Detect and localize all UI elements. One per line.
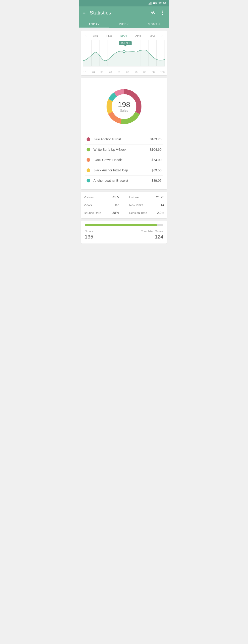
stat-unique: Unique 21.25 xyxy=(129,195,164,199)
legend-item-3: Black Anchor Fitted Cap $69.50 xyxy=(85,165,163,175)
menu-icon[interactable]: ≡ xyxy=(83,10,86,16)
tabs: TODAY WEEK MONTH xyxy=(79,19,169,28)
legend-value-3: $69.50 xyxy=(152,168,161,172)
action-icons: ⋮ xyxy=(151,10,165,16)
tab-month[interactable]: MONTH xyxy=(139,19,169,28)
stats-card: Visitors 45.5 Views 67 Bounce Rate 38% U… xyxy=(81,192,167,218)
stat-bounce-value: 38% xyxy=(112,211,119,214)
progress-fill xyxy=(85,224,157,226)
legend-value-1: $104.60 xyxy=(150,148,161,152)
status-time: 12:30 xyxy=(158,2,166,5)
legend-value-4: $39.05 xyxy=(152,179,161,182)
donut-chart: 198 Sales xyxy=(103,86,145,127)
stat-views-label: Views xyxy=(84,203,92,207)
legend-name-3: Black Anchor Fitted Cap xyxy=(93,168,152,172)
legend-name-1: White Surfs Up V-Neck xyxy=(93,148,150,152)
app-title: Statistics xyxy=(90,10,151,16)
stats-left: Visitors 45.5 Views 67 Bounce Rate 38% xyxy=(81,192,122,218)
chart-header: ‹ JAN FEB MAR APR MAY › xyxy=(81,33,167,40)
month-apr: APR xyxy=(135,34,141,38)
month-jan: JAN xyxy=(93,34,98,38)
svg-rect-2 xyxy=(150,2,151,4)
stat-views-value: 67 xyxy=(115,203,119,207)
stat-bounce-label: Bounce Rate xyxy=(84,211,101,214)
stat-session: Session Time 2.2m xyxy=(129,211,164,214)
chart-months: JAN FEB MAR APR MAY xyxy=(88,34,160,38)
stat-session-label: Session Time xyxy=(129,211,147,214)
stat-session-value: 2.2m xyxy=(157,211,164,214)
app-bar: ≡ Statistics ⋮ xyxy=(79,6,169,19)
tab-today[interactable]: TODAY xyxy=(79,19,109,28)
legend-item-0: Blue Anchor T-Shirt $163.75 xyxy=(85,134,163,144)
legend-name-4: Anchor Leather Bracelet xyxy=(93,179,152,182)
legend-name-0: Blue Anchor T-Shirt xyxy=(93,138,150,141)
legend-dot-1 xyxy=(87,148,90,152)
tab-week[interactable]: WEEK xyxy=(109,19,139,28)
battery-icon xyxy=(153,2,157,4)
chart-next[interactable]: › xyxy=(160,33,165,38)
donut-center: 198 Sales xyxy=(118,101,130,112)
chart-x-axis: 10 20 30 40 50 60 70 80 90 100 xyxy=(81,70,167,74)
signal-icon xyxy=(149,2,152,4)
month-mar: MAR xyxy=(120,34,127,38)
legend-item-2: Black Crown Hoodie $74.00 xyxy=(85,154,163,165)
legend-dot-2 xyxy=(87,158,90,162)
legend-value-2: $74.00 xyxy=(152,158,161,162)
progress-track xyxy=(85,224,163,226)
stats-right: Unique 21.25 New Visits 14 Session Time … xyxy=(127,192,167,218)
month-may: MAY xyxy=(150,34,155,38)
status-icons xyxy=(149,2,157,4)
svg-point-18 xyxy=(123,50,125,52)
stat-visitors-label: Visitors xyxy=(84,196,93,199)
status-bar: 12:30 xyxy=(79,0,169,6)
stat-unique-label: Unique xyxy=(129,196,139,199)
legend-name-2: Black Crown Hoodie xyxy=(93,158,152,162)
orders-col-left: Orders 135 xyxy=(85,230,93,240)
svg-rect-1 xyxy=(150,3,150,4)
orders-col-right: Completed Orders 124 xyxy=(141,230,163,240)
legend-dot-3 xyxy=(87,168,90,172)
stat-unique-value: 21.25 xyxy=(156,195,164,199)
chart-area: 201.021 xyxy=(83,40,165,70)
chart-card: ‹ JAN FEB MAR APR MAY › xyxy=(81,30,167,75)
month-feb: FEB xyxy=(107,34,112,38)
orders-label: Orders xyxy=(85,230,93,233)
legend-item-4: Anchor Leather Bracelet $39.05 xyxy=(85,175,163,186)
completed-value: 124 xyxy=(141,234,163,240)
svg-rect-0 xyxy=(149,4,149,4)
search-icon[interactable] xyxy=(151,10,156,16)
donut-label: Sales xyxy=(118,109,130,112)
stats-grid: Visitors 45.5 Views 67 Bounce Rate 38% U… xyxy=(81,192,167,218)
stats-divider xyxy=(124,194,124,216)
legend-dot-0 xyxy=(87,138,90,141)
svg-rect-3 xyxy=(151,2,152,4)
legend-dot-4 xyxy=(87,179,90,182)
chart-prev[interactable]: ‹ xyxy=(83,33,88,38)
svg-rect-6 xyxy=(153,2,155,4)
stat-new-visits-value: 14 xyxy=(161,203,164,207)
stat-views: Views 67 xyxy=(84,203,119,207)
chart-tooltip: 201.021 xyxy=(119,41,132,45)
orders-row: Orders 135 Completed Orders 124 xyxy=(85,230,163,240)
legend-item-1: White Surfs Up V-Neck $104.60 xyxy=(85,144,163,154)
sales-card: 198 Sales Blue Anchor T-Shirt $163.75 Wh… xyxy=(81,78,167,189)
donut-value: 198 xyxy=(118,101,130,109)
donut-container: 198 Sales xyxy=(85,81,163,134)
orders-value: 135 xyxy=(85,234,93,240)
svg-rect-5 xyxy=(156,3,157,4)
more-icon[interactable]: ⋮ xyxy=(160,10,165,16)
stat-bounce: Bounce Rate 38% xyxy=(84,211,119,214)
completed-label: Completed Orders xyxy=(141,230,163,233)
legend-value-0: $163.75 xyxy=(150,138,161,141)
stat-visitors-value: 45.5 xyxy=(113,195,119,199)
stat-new-visits: New Visits 14 xyxy=(129,203,164,207)
stat-new-visits-label: New Visits xyxy=(129,203,143,207)
orders-card: Orders 135 Completed Orders 124 xyxy=(81,220,167,244)
stat-visitors: Visitors 45.5 xyxy=(84,195,119,199)
sales-legend: Blue Anchor T-Shirt $163.75 White Surfs … xyxy=(85,134,163,186)
